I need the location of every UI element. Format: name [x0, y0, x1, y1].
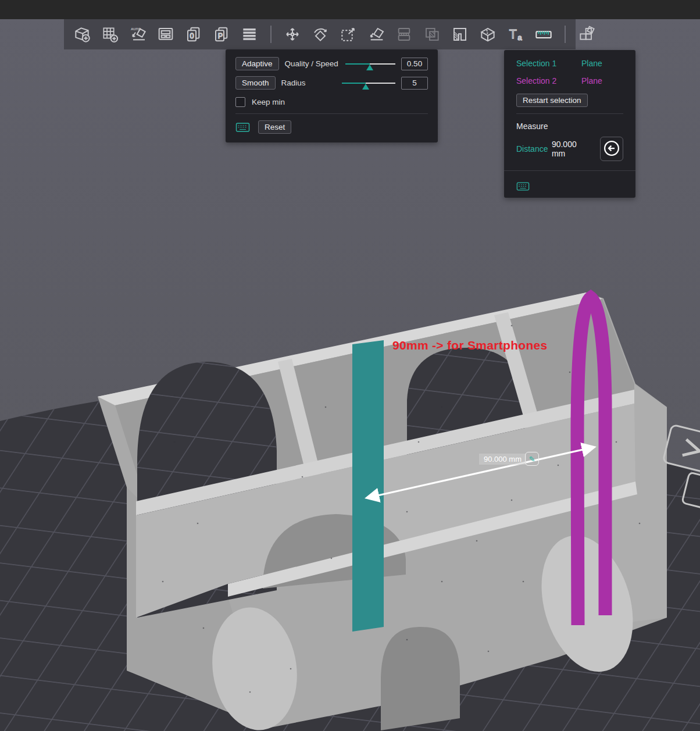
add-cube-button[interactable] — [71, 23, 93, 46]
document-0-button[interactable]: 0 — [183, 23, 205, 46]
add-array-button[interactable] — [99, 23, 121, 46]
quality-speed-label: Quality / Speed — [285, 59, 343, 68]
reset-button[interactable]: Reset — [258, 120, 291, 134]
svg-text:a: a — [517, 33, 522, 42]
add-array-icon — [101, 25, 119, 44]
smoothing-panel: Adaptive Quality / Speed 0.50 Smooth Rad… — [226, 49, 438, 142]
rotate-icon — [311, 25, 330, 44]
radius-value[interactable]: 5 — [401, 77, 428, 90]
selection-plane-1-teal[interactable] — [352, 340, 384, 632]
move-icon — [283, 25, 302, 44]
selection-1-value: Plane — [581, 59, 602, 68]
panel-divider — [235, 113, 428, 114]
scale-button[interactable] — [337, 23, 359, 46]
main-toolbar: AUTO 0 P Ta — [64, 19, 576, 49]
arrange-icon — [156, 25, 175, 44]
layers-icon — [240, 25, 259, 44]
document-0-icon: 0 — [184, 25, 203, 44]
auto-orient-button[interactable]: AUTO — [127, 23, 149, 46]
selection-2-label: Selection 2 — [516, 76, 570, 85]
scale-icon — [339, 25, 358, 44]
split-icon — [395, 25, 413, 44]
keyboard-shortcuts-icon[interactable] — [516, 181, 530, 191]
panel-divider — [504, 170, 635, 171]
application-window: { "toolbar": { "active_tool": "measure",… — [0, 0, 700, 731]
parts-button[interactable] — [576, 23, 598, 46]
radius-slider[interactable] — [342, 79, 395, 88]
toolbar-separator — [565, 26, 566, 43]
quality-speed-value[interactable]: 0.50 — [401, 58, 428, 70]
hollow-icon — [451, 25, 469, 44]
svg-text:T: T — [509, 27, 517, 41]
model-3d[interactable] — [98, 293, 667, 731]
place-on-face-icon — [367, 25, 385, 44]
measure-title: Measure — [516, 122, 623, 131]
selection-1-label: Selection 1 — [516, 59, 570, 68]
back-button[interactable] — [600, 137, 623, 161]
distance-label: Distance — [516, 144, 552, 154]
svg-text:0: 0 — [190, 32, 194, 40]
panel-divider — [516, 113, 623, 114]
user-annotation-text: 90mm -> for Smartphones — [392, 338, 548, 352]
selection-2-value: Plane — [581, 76, 602, 85]
edit-dimension-button[interactable]: ✎ — [525, 452, 539, 466]
text-button[interactable]: Ta — [505, 23, 527, 46]
distance-value: 90.000 mm — [552, 140, 592, 158]
toolbar-separator — [270, 26, 272, 43]
layers-button[interactable] — [238, 23, 260, 46]
pencil-icon: ✎ — [529, 455, 535, 463]
move-button[interactable] — [281, 23, 303, 46]
cut-button[interactable] — [477, 23, 499, 46]
dimension-label: 90.000 mm — [479, 454, 526, 465]
measure-button[interactable] — [533, 23, 555, 46]
viewport-3d[interactable]: AUTO 0 P Ta Adaptive Quality / Speed 0.5… — [0, 19, 700, 731]
restart-selection-button[interactable]: Restart selection — [516, 94, 588, 107]
rotate-button[interactable] — [309, 23, 331, 46]
document-p-button[interactable]: P — [210, 23, 233, 46]
measure-icon — [534, 25, 553, 44]
place-on-face-button[interactable] — [365, 23, 387, 46]
text-icon: Ta — [506, 25, 525, 44]
add-cube-icon — [73, 25, 91, 44]
auto-orient-icon: AUTO — [128, 25, 147, 44]
cut-icon — [478, 25, 497, 44]
adaptive-button[interactable]: Adaptive — [235, 57, 279, 70]
keep-min-label: Keep min — [252, 98, 285, 106]
arrange-button[interactable] — [155, 23, 177, 46]
combine-button[interactable] — [421, 23, 443, 46]
parts-icon — [577, 25, 596, 44]
window-title-bar — [0, 0, 700, 19]
hollow-button[interactable] — [449, 23, 471, 46]
split-button[interactable] — [393, 23, 415, 46]
back-arrow-icon — [603, 140, 620, 159]
keep-min-checkbox[interactable] — [235, 97, 245, 107]
quality-speed-slider[interactable] — [345, 59, 395, 69]
svg-text:P: P — [218, 32, 223, 40]
radius-label: Radius — [281, 79, 340, 87]
keyboard-shortcuts-icon[interactable] — [235, 122, 250, 133]
document-p-icon: P — [212, 25, 231, 44]
combine-icon — [423, 25, 441, 44]
measure-panel: Selection 1 Plane Selection 2 Plane Rest… — [504, 50, 635, 198]
smooth-button[interactable]: Smooth — [235, 76, 276, 90]
